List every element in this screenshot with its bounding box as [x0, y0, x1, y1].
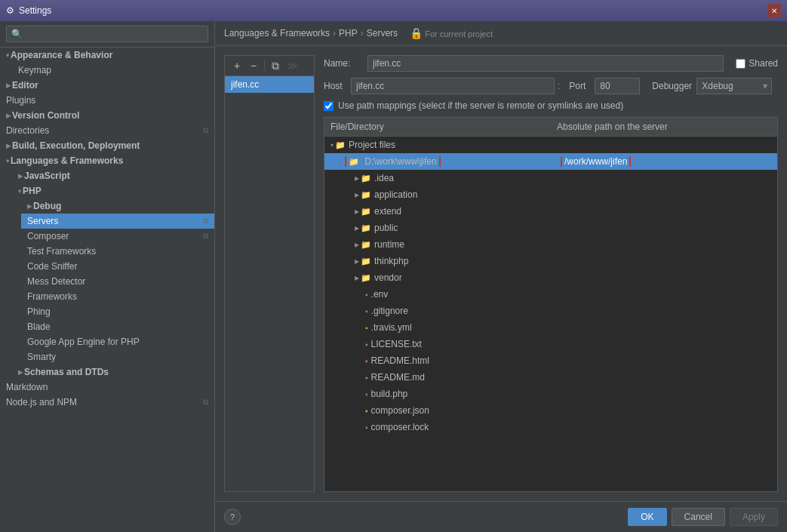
server-item[interactable]: jifen.cc	[225, 76, 314, 93]
sidebar-item-schemas[interactable]: ▶ Schemas and DTDs	[12, 364, 214, 380]
name-row: Name: Shared	[324, 55, 778, 72]
table-row[interactable]: ▾ 📁 D:\work\www\jifen /work/www/jifen	[324, 153, 777, 170]
colon-sep: :	[558, 81, 560, 91]
sidebar-item-smarty[interactable]: Smarty	[21, 349, 214, 364]
table-row[interactable]: ▶ 📁 .idea	[324, 170, 777, 186]
file-cell: ▶ 📁 thinkphp	[324, 256, 563, 266]
sidebar-item-blade[interactable]: Blade	[21, 319, 214, 334]
sidebar-item-nodejs[interactable]: Node.js and NPM ⧉	[0, 395, 214, 410]
file-cell: ▪ README.md	[324, 372, 563, 383]
table-row[interactable]: ▶ 📁 thinkphp	[324, 253, 777, 269]
settings-window: ▾ Appearance & Behavior Keymap ▶ Editor …	[0, 21, 787, 532]
name-input[interactable]	[367, 55, 724, 72]
sidebar-item-label: PHP	[23, 186, 42, 196]
file-icon: ▪	[365, 291, 368, 299]
sidebar-item-debug[interactable]: ▶ Debug	[21, 198, 214, 214]
folder-icon: 📁	[361, 257, 371, 266]
table-row[interactable]: ▪ composer.lock	[324, 419, 777, 435]
copy-server-button[interactable]: ⧉	[268, 58, 283, 73]
expand-arrow: ▶	[6, 82, 11, 89]
table-row[interactable]: ▶ 📁 extend	[324, 203, 777, 220]
table-row[interactable]: ▶ 📁 runtime	[324, 236, 777, 253]
folder-icon: 📁	[361, 190, 371, 200]
sidebar-item-php[interactable]: ▾ PHP	[12, 183, 214, 198]
more-button[interactable]: ≫	[284, 58, 300, 73]
table-row[interactable]: ▪ .gitignore	[324, 303, 777, 319]
sidebar-item-languages[interactable]: ▾ Languages & Frameworks	[0, 153, 214, 168]
debugger-select[interactable]: Xdebug Zend Debugger	[696, 78, 772, 94]
sidebar-item-plugins[interactable]: Plugins	[0, 93, 214, 108]
table-row[interactable]: ▪ .env	[324, 286, 777, 303]
folder-icon: 📁	[361, 240, 371, 250]
file-table-header: File/Directory Absolute path on the serv…	[324, 118, 777, 137]
sidebar-item-directories[interactable]: Directories ⧉	[0, 123, 214, 138]
table-row[interactable]: ▪ .travis.yml	[324, 319, 777, 336]
sidebar-item-label: Plugins	[6, 95, 35, 106]
table-row[interactable]: ▪ LICENSE.txt	[324, 336, 777, 352]
file-cell: ▶ 📁 vendor	[324, 272, 563, 283]
sidebar-item-label: Version Control	[12, 110, 79, 121]
path-mapping-row: Use path mappings (select if the server …	[324, 100, 778, 111]
breadcrumb-sep: ›	[361, 28, 364, 38]
md-icon: ▪	[365, 374, 368, 382]
sidebar-item-test-frameworks[interactable]: Test Frameworks	[21, 244, 214, 259]
sidebar-item-label: Blade	[27, 321, 51, 332]
sidebar-item-label: Schemas and DTDs	[24, 367, 109, 377]
host-row: Host : Port Debugger Xdebug Zend Debugge…	[324, 78, 778, 94]
sidebar-item-composer[interactable]: Composer ⧉	[21, 229, 214, 244]
help-button[interactable]: ?	[224, 509, 241, 525]
file-cell: ▶ 📁 .idea	[324, 173, 563, 183]
cancel-button[interactable]: Cancel	[672, 508, 725, 526]
col-path-header: Absolute path on the server	[551, 120, 777, 134]
remove-server-button[interactable]: −	[246, 58, 261, 73]
host-input[interactable]	[351, 78, 555, 94]
sidebar-item-appearance[interactable]: ▾ Appearance & Behavior	[0, 48, 214, 63]
expand-arrow: ▾	[18, 188, 21, 195]
sidebar-item-keymap[interactable]: Keymap	[12, 63, 214, 78]
port-input[interactable]	[595, 78, 640, 94]
sidebar-item-label: Build, Execution, Deployment	[12, 140, 140, 151]
shared-label: Shared	[749, 58, 778, 69]
table-row[interactable]: ▶ 📁 vendor	[324, 269, 777, 286]
table-row[interactable]: ▪ README.md	[324, 369, 777, 386]
search-input[interactable]	[6, 26, 208, 42]
add-server-button[interactable]: +	[229, 58, 244, 73]
bottom-buttons: ? OK Cancel Apply	[215, 501, 787, 532]
table-row[interactable]: ▪ README.html	[324, 352, 777, 369]
sidebar-item-phing[interactable]: Phing	[21, 304, 214, 319]
sidebar-item-frameworks[interactable]: Frameworks	[21, 289, 214, 304]
ok-button[interactable]: OK	[628, 508, 666, 526]
content-area: + − ⧉ ≫ jifen.cc	[215, 46, 787, 501]
sidebar-item-mess-detector[interactable]: Mess Detector	[21, 274, 214, 289]
sidebar-item-version-control[interactable]: ▶ Version Control	[0, 108, 214, 123]
apply-button[interactable]: Apply	[730, 508, 778, 526]
sidebar-item-markdown[interactable]: Markdown	[0, 380, 214, 395]
sidebar-item-build[interactable]: ▶ Build, Execution, Deployment	[0, 138, 214, 153]
file-cell: ▪ README.html	[324, 355, 563, 366]
sidebar-item-google-app[interactable]: Google App Engine for PHP	[21, 334, 214, 349]
yml-icon: ▪	[365, 324, 368, 332]
table-row[interactable]: ▾ 📁 Project files	[324, 137, 777, 153]
sidebar-item-editor[interactable]: ▶ Editor	[0, 78, 214, 93]
close-button[interactable]: ✕	[767, 4, 781, 17]
left-panel: ▾ Appearance & Behavior Keymap ▶ Editor …	[0, 21, 215, 532]
expand-arrow: ▾	[6, 52, 9, 59]
table-row[interactable]: ▪ build.php	[324, 386, 777, 402]
sidebar-item-javascript[interactable]: ▶ JavaScript	[12, 168, 214, 183]
port-label: Port	[569, 81, 592, 91]
expand-arrow: ▶	[18, 173, 23, 180]
expand-arrow: ▶	[18, 369, 23, 376]
file-cell: ▪ .env	[324, 289, 563, 300]
sidebar-item-label: Directories	[6, 125, 49, 136]
sidebar-item-label: Composer	[27, 231, 69, 241]
table-row[interactable]: ▶ 📁 application	[324, 186, 777, 203]
shared-checkbox[interactable]	[736, 59, 745, 69]
table-row[interactable]: ▶ 📁 public	[324, 220, 777, 236]
path-mapping-checkbox[interactable]	[324, 101, 334, 111]
file-tree: ▾ 📁 Project files ▾	[324, 137, 777, 491]
file-cell: ▶ 📁 extend	[324, 206, 563, 217]
window-title: Settings	[19, 5, 51, 16]
sidebar-item-code-sniffer[interactable]: Code Sniffer	[21, 259, 214, 274]
table-row[interactable]: ▪ composer.json	[324, 402, 777, 419]
sidebar-item-servers[interactable]: Servers ⧉	[21, 214, 214, 229]
